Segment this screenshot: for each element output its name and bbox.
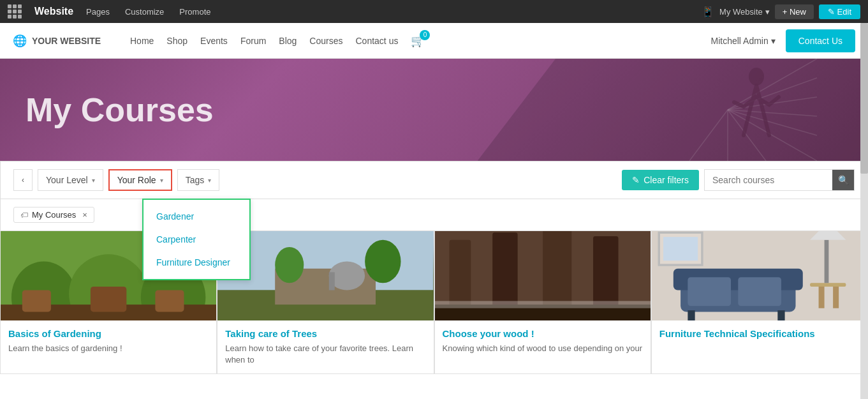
user-name: Mitchell Admin <box>710 36 768 46</box>
edit-label: ✎ Edit <box>828 7 851 17</box>
course-card-3[interactable]: Furniture Technical Specifications <box>651 230 868 374</box>
svg-point-24 <box>365 240 401 283</box>
svg-line-1 <box>728 78 817 110</box>
clear-filters-button[interactable]: ✎ Clear filters <box>622 170 699 190</box>
edit-button[interactable]: ✎ Edit <box>819 4 860 19</box>
scrollbar-thumb[interactable] <box>860 23 868 174</box>
contact-us-button[interactable]: Contact Us <box>786 29 855 52</box>
nav-events[interactable]: Events <box>200 36 228 46</box>
nav-blog[interactable]: Blog <box>279 36 297 46</box>
course-card-body-2: Choose your wood ! Knowing which kind of… <box>435 320 651 362</box>
svg-point-9 <box>749 68 764 86</box>
svg-rect-41 <box>833 287 839 308</box>
my-website-btn[interactable]: My Website ▾ <box>719 7 770 17</box>
new-button[interactable]: + New <box>775 4 814 19</box>
svg-line-8 <box>689 110 728 161</box>
active-filter-label: My Courses <box>32 210 76 220</box>
hero-silhouette <box>638 59 817 161</box>
course-desc-2: Knowing which kind of wood to use depend… <box>443 343 643 354</box>
course-title-2: Choose your wood ! <box>443 328 643 339</box>
svg-line-6 <box>728 110 766 161</box>
admin-nav-customize[interactable]: Customize <box>122 7 166 17</box>
remove-filter-button[interactable]: × <box>82 210 87 220</box>
courses-grid: Basics of Gardening Learn the basics of … <box>0 230 868 374</box>
course-image-3 <box>652 231 867 320</box>
clear-filters-label: Clear filters <box>644 175 689 185</box>
search-input[interactable] <box>705 170 832 190</box>
admin-nav-promote[interactable]: Promote <box>177 7 213 17</box>
admin-logo: Website <box>34 6 73 17</box>
svg-line-5 <box>728 110 817 161</box>
tag-icon: 🏷 <box>20 211 28 220</box>
course-card-body-3: Furniture Technical Specifications <box>652 320 867 350</box>
svg-rect-39 <box>810 283 846 287</box>
svg-point-23 <box>275 247 304 283</box>
tags-dropdown[interactable]: Tags ▾ <box>177 169 220 191</box>
main-nav: 🌐 YOUR WEBSITE Home Shop Events Forum Bl… <box>0 23 868 59</box>
nav-shop[interactable]: Shop <box>166 36 188 46</box>
search-button[interactable]: 🔍 <box>832 169 854 191</box>
admin-nav-pages[interactable]: Pages <box>84 7 112 17</box>
nav-home[interactable]: Home <box>130 36 154 46</box>
svg-rect-31 <box>435 301 651 308</box>
admin-bar-right: 📱 My Website ▾ + New ✎ Edit <box>702 4 860 19</box>
hero-title: My Courses <box>26 91 214 129</box>
svg-rect-37 <box>688 310 695 320</box>
role-option-carpenter[interactable]: Carpenter <box>143 228 249 251</box>
svg-rect-29 <box>593 236 618 312</box>
nav-links: Home Shop Events Forum Blog Courses Cont… <box>130 34 695 48</box>
my-website-caret: ▾ <box>765 7 770 17</box>
tags-caret: ▾ <box>208 177 211 184</box>
course-card-body-0: Basics of Gardening Learn the basics of … <box>1 320 216 362</box>
admin-bar-left: Website Pages Customize Promote <box>8 4 691 19</box>
scrollbar[interactable] <box>860 23 868 374</box>
nav-courses[interactable]: Courses <box>309 36 342 46</box>
site-logo: 🌐 YOUR WEBSITE <box>13 34 115 48</box>
svg-rect-28 <box>543 231 571 312</box>
admin-bar: Website Pages Customize Promote 📱 My Web… <box>0 0 868 23</box>
course-desc-0: Learn the basics of gardening ! <box>8 343 209 354</box>
tags-label: Tags <box>186 175 205 185</box>
role-caret: ▾ <box>160 177 163 184</box>
role-dropdown[interactable]: Your Role ▾ <box>108 169 172 191</box>
hero-banner: My Courses <box>0 59 868 161</box>
course-card-body-1: Taking care of Trees Learn how to take c… <box>217 320 433 373</box>
filter-bar: ‹ Your Level ▾ Your Role ▾ Tags ▾ ✎ Clea… <box>0 161 868 199</box>
role-option-furniture-designer[interactable]: Furniture Designer <box>143 251 249 274</box>
grid-icon[interactable] <box>8 4 22 19</box>
my-website-label: My Website <box>719 7 763 17</box>
user-menu[interactable]: Mitchell Admin ▾ <box>710 36 775 46</box>
svg-rect-17 <box>155 290 184 312</box>
cart-icon[interactable]: 🛒 0 <box>411 34 425 48</box>
level-caret: ▾ <box>92 177 95 184</box>
nav-contact[interactable]: Contact us <box>356 36 399 46</box>
nav-forum[interactable]: Forum <box>240 36 266 46</box>
level-dropdown[interactable]: Your Level ▾ <box>38 169 103 191</box>
svg-rect-16 <box>91 287 126 312</box>
new-label: + New <box>783 7 806 17</box>
user-caret: ▾ <box>771 36 776 46</box>
role-option-gardener[interactable]: Gardener <box>143 205 249 228</box>
level-label: Your Level <box>46 175 88 185</box>
filter-prev-button[interactable]: ‹ <box>13 169 33 191</box>
search-icon: 🔍 <box>838 175 849 185</box>
active-filters: 🏷 My Courses × <box>0 199 868 230</box>
svg-rect-26 <box>449 240 471 312</box>
clear-filters-icon: ✎ <box>632 175 640 185</box>
search-bar: 🔍 <box>704 169 855 191</box>
svg-line-3 <box>728 110 817 116</box>
nav-right: Mitchell Admin ▾ Contact Us <box>710 29 855 52</box>
course-title-3: Furniture Technical Specifications <box>659 328 860 339</box>
svg-rect-35 <box>688 277 731 306</box>
course-title-0: Basics of Gardening <box>8 328 209 339</box>
svg-rect-36 <box>738 277 781 306</box>
role-dropdown-menu: Gardener Carpenter Furniture Designer <box>142 199 251 280</box>
svg-rect-45 <box>663 237 698 260</box>
svg-rect-27 <box>492 232 517 312</box>
mobile-icon[interactable]: 📱 <box>702 6 714 18</box>
course-card-2[interactable]: Choose your wood ! Knowing which kind of… <box>434 230 651 374</box>
svg-rect-22 <box>329 272 335 290</box>
svg-line-2 <box>728 97 817 110</box>
svg-rect-40 <box>818 287 824 308</box>
cart-badge: 0 <box>420 30 430 40</box>
